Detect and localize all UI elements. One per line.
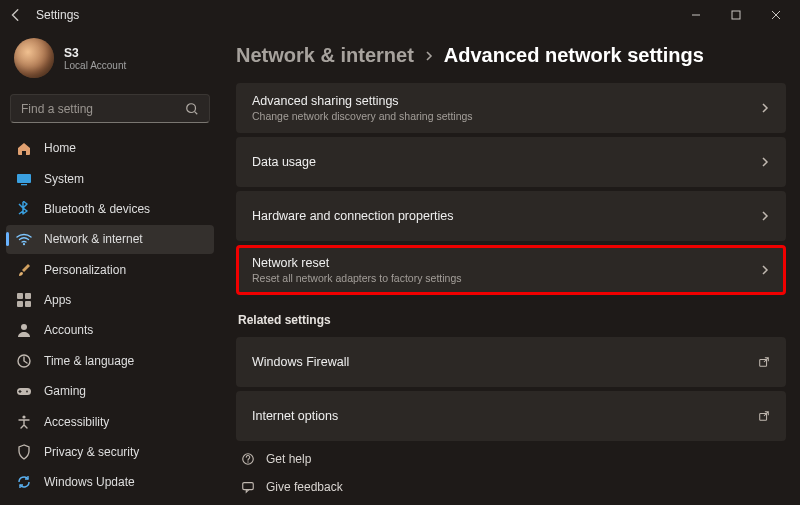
svg-rect-7 — [17, 301, 23, 307]
clock-icon — [16, 353, 32, 369]
sidebar-item-time[interactable]: Time & language — [6, 346, 214, 375]
sidebar-item-label: Time & language — [44, 354, 134, 368]
card-sub: Reset all network adapters to factory se… — [252, 272, 760, 284]
chevron-right-icon — [760, 211, 770, 221]
sidebar-item-label: Accessibility — [44, 415, 109, 429]
card-sub: Change network discovery and sharing set… — [252, 110, 760, 122]
sidebar-item-update[interactable]: Windows Update — [6, 468, 214, 497]
search-icon — [185, 102, 199, 116]
sidebar-item-label: Bluetooth & devices — [44, 202, 150, 216]
back-button[interactable] — [4, 3, 28, 27]
home-icon — [16, 140, 32, 156]
sidebar-item-network[interactable]: Network & internet — [6, 225, 214, 254]
system-icon — [16, 171, 32, 187]
card-hardware-properties[interactable]: Hardware and connection properties — [236, 191, 786, 241]
minimize-button[interactable] — [676, 0, 716, 30]
card-title: Data usage — [252, 155, 760, 169]
card-title: Network reset — [252, 256, 760, 270]
chevron-right-icon — [424, 51, 434, 61]
search-placeholder: Find a setting — [21, 102, 185, 116]
titlebar: Settings — [0, 0, 800, 30]
svg-point-13 — [22, 415, 25, 418]
sidebar-item-personalization[interactable]: Personalization — [6, 255, 214, 284]
sidebar-item-home[interactable]: Home — [6, 133, 214, 162]
sidebar-item-label: Privacy & security — [44, 445, 139, 459]
chevron-right-icon — [760, 157, 770, 167]
sidebar-item-label: Personalization — [44, 263, 126, 277]
sidebar: S3 Local Account Find a setting Home Sys… — [0, 30, 220, 505]
brush-icon — [16, 262, 32, 278]
sidebar-item-gaming[interactable]: Gaming — [6, 376, 214, 405]
bluetooth-icon — [16, 201, 32, 217]
main-content: Network & internet Advanced network sett… — [220, 30, 800, 505]
sidebar-item-privacy[interactable]: Privacy & security — [6, 437, 214, 466]
svg-point-12 — [26, 391, 28, 393]
sidebar-item-accessibility[interactable]: Accessibility — [6, 407, 214, 436]
card-title: Advanced sharing settings — [252, 94, 760, 108]
svg-rect-0 — [732, 11, 740, 19]
sidebar-item-accounts[interactable]: Accounts — [6, 316, 214, 345]
sidebar-item-label: Home — [44, 141, 76, 155]
sidebar-item-bluetooth[interactable]: Bluetooth & devices — [6, 194, 214, 223]
svg-point-4 — [23, 243, 25, 245]
section-heading-related: Related settings — [238, 313, 786, 327]
card-data-usage[interactable]: Data usage — [236, 137, 786, 187]
card-title: Internet options — [252, 409, 758, 423]
sidebar-item-label: Gaming — [44, 384, 86, 398]
external-link-icon — [758, 410, 770, 422]
gamepad-icon — [16, 383, 32, 399]
svg-rect-5 — [17, 293, 23, 299]
update-icon — [16, 474, 32, 490]
chevron-right-icon — [760, 103, 770, 113]
link-get-help[interactable]: Get help — [236, 445, 786, 473]
svg-point-17 — [247, 461, 248, 462]
card-advanced-sharing[interactable]: Advanced sharing settings Change network… — [236, 83, 786, 133]
breadcrumb: Network & internet Advanced network sett… — [236, 44, 786, 67]
maximize-button[interactable] — [716, 0, 756, 30]
sidebar-item-label: System — [44, 172, 84, 186]
sidebar-item-label: Windows Update — [44, 475, 135, 489]
wifi-icon — [16, 231, 32, 247]
card-network-reset[interactable]: Network reset Reset all network adapters… — [236, 245, 786, 295]
apps-icon — [16, 292, 32, 308]
nav-list: Home System Bluetooth & devices Network … — [0, 133, 220, 497]
svg-rect-2 — [17, 174, 31, 183]
svg-point-9 — [21, 324, 27, 330]
svg-rect-18 — [243, 483, 254, 490]
window-title: Settings — [36, 8, 79, 22]
card-internet-options[interactable]: Internet options — [236, 391, 786, 441]
account-block[interactable]: S3 Local Account — [0, 30, 220, 90]
external-link-icon — [758, 356, 770, 368]
shield-icon — [16, 444, 32, 460]
sidebar-item-system[interactable]: System — [6, 164, 214, 193]
account-sub: Local Account — [64, 60, 126, 71]
link-label: Give feedback — [266, 480, 343, 494]
person-icon — [16, 322, 32, 338]
accessibility-icon — [16, 414, 32, 430]
avatar — [14, 38, 54, 78]
help-icon — [240, 451, 256, 467]
card-windows-firewall[interactable]: Windows Firewall — [236, 337, 786, 387]
search-input[interactable]: Find a setting — [10, 94, 210, 123]
link-label: Get help — [266, 452, 311, 466]
card-title: Hardware and connection properties — [252, 209, 760, 223]
page-title: Advanced network settings — [444, 44, 704, 67]
sidebar-item-label: Apps — [44, 293, 71, 307]
link-give-feedback[interactable]: Give feedback — [236, 473, 786, 501]
close-button[interactable] — [756, 0, 796, 30]
feedback-icon — [240, 479, 256, 495]
svg-rect-6 — [25, 293, 31, 299]
svg-point-1 — [187, 103, 196, 112]
svg-rect-8 — [25, 301, 31, 307]
svg-rect-3 — [21, 184, 27, 185]
sidebar-item-label: Accounts — [44, 323, 93, 337]
sidebar-item-label: Network & internet — [44, 232, 143, 246]
sidebar-item-apps[interactable]: Apps — [6, 285, 214, 314]
card-title: Windows Firewall — [252, 355, 758, 369]
chevron-right-icon — [760, 265, 770, 275]
account-name: S3 — [64, 46, 126, 60]
breadcrumb-parent[interactable]: Network & internet — [236, 44, 414, 67]
